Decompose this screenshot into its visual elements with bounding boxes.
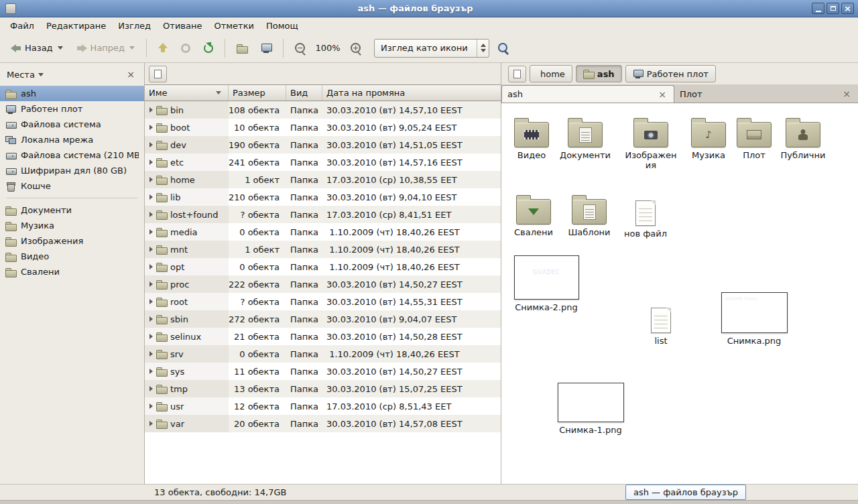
sidebar-item[interactable]: Документи [0,202,144,218]
expander-icon[interactable] [149,421,153,426]
reload-button[interactable] [198,38,219,59]
computer-button[interactable] [255,38,277,59]
tree-row[interactable]: bin 108 обекта Папка 30.03.2010 (вт) 14,… [145,101,501,119]
expander-icon[interactable] [149,334,153,339]
stop-button[interactable] [176,38,196,59]
pane-location-button[interactable] [508,66,526,82]
sidebar-item[interactable]: Файлова система (210 MB) [0,147,144,163]
expander-icon[interactable] [149,212,153,217]
file-icon-item[interactable]: нов файл [615,196,676,239]
tree-row[interactable]: etc 241 обекта Папка 30.03.2010 (вт) 14,… [145,153,501,171]
search-button[interactable] [492,38,514,59]
tree-row[interactable]: srv 0 обекта Папка 1.10.2009 (чт) 18,40,… [145,345,501,363]
expander-icon[interactable] [149,386,153,391]
tree-row[interactable]: root ? обекта Папка 30.03.2010 (вт) 14,5… [145,293,501,310]
expander-icon[interactable] [149,142,153,147]
tree-row[interactable]: usr 12 обекта Папка 17.03.2010 (ср) 8,51… [145,397,501,415]
file-icon-item[interactable]: Видео [501,117,562,161]
tree-row[interactable]: sys 11 обекта Папка 30.03.2010 (вт) 14,5… [145,363,501,380]
forward-button[interactable]: Напред [71,38,140,59]
tab-close-button[interactable]: × [656,90,668,99]
home-button[interactable] [231,38,253,59]
expander-icon[interactable] [149,403,153,409]
minimize-button[interactable] [812,3,824,14]
tree-row[interactable]: dev 190 обекта Папка 30.03.2010 (вт) 14,… [145,136,501,153]
file-icon-item[interactable]: Изображения [621,117,681,171]
expander-icon[interactable] [149,177,153,182]
column-header-name[interactable]: Име [145,85,229,101]
tree-row[interactable]: sbin 272 обекта Папка 30.03.2010 (вт) 9,… [145,310,501,328]
tree-row[interactable]: lost+found ? обекта Папка 17.03.2010 (ср… [145,206,501,223]
path-button[interactable]: home [530,65,572,82]
tab-close-button[interactable]: × [841,89,853,99]
view-mode-select[interactable]: Изглед като икони [374,39,489,58]
icon-view[interactable]: Видео Документи Изображения [501,103,858,484]
expander-icon[interactable] [149,125,153,130]
path-button[interactable]: Работен плот [625,65,716,82]
tab[interactable]: ash × [501,85,674,103]
file-icon-item[interactable]: Снимка-2.png [511,255,581,313]
expander-icon[interactable] [149,247,153,252]
file-icon-item[interactable]: Документи [555,117,615,161]
column-header-type[interactable]: Вид [286,85,322,101]
file-icon-item[interactable]: Публични [773,117,833,161]
sidebar-item[interactable]: Шифриран дял (80 GB) [0,163,144,178]
sidebar-item[interactable]: Изображения [0,233,144,249]
menu-item[interactable]: Отметки [208,19,259,32]
zoom-out-button[interactable]: − [290,38,310,59]
tree-row[interactable]: home 1 обект Папка 17.03.2010 (ср) 10,38… [145,171,501,188]
column-header-modified[interactable]: Дата на промяна [322,85,501,101]
tree-row[interactable]: selinux 21 обекта Папка 30.03.2010 (вт) … [145,328,501,345]
tree-row[interactable]: mnt 1 обект Папка 1.10.2009 (чт) 18,40,2… [145,241,501,258]
tree-row[interactable]: boot 10 обекта Папка 30.03.2010 (вт) 9,0… [145,119,501,136]
forward-history-chevron-icon[interactable] [129,46,135,50]
tree-row[interactable]: var 20 обекта Папка 30.03.2010 (вт) 14,5… [145,415,501,432]
sidebar-item[interactable]: Локална мрежа [0,132,144,147]
sidebar-close-button[interactable]: × [124,68,137,80]
sidebar-item[interactable]: Свалени [0,264,144,279]
tree-row[interactable]: opt 0 обекта Папка 1.10.2009 (чт) 18,40,… [145,258,501,275]
expander-icon[interactable] [149,369,153,374]
view-mode-spinner-icon[interactable] [477,40,489,57]
expander-icon[interactable] [149,351,153,357]
sidebar-item[interactable]: Видео [0,249,144,264]
back-button[interactable]: Назад [5,38,68,59]
up-button[interactable] [153,38,173,59]
menu-item[interactable]: Файл [4,19,40,32]
file-icon-item[interactable]: Снимка-1.png [556,383,625,436]
back-history-chevron-icon[interactable] [58,46,63,50]
expander-icon[interactable] [149,229,153,235]
path-button[interactable]: ash [576,65,622,82]
tree-row[interactable]: tmp 13 обекта Папка 30.03.2010 (вт) 15,0… [145,380,501,397]
menu-item[interactable]: Изглед [112,19,157,32]
expander-icon[interactable] [149,316,153,322]
file-icon-item[interactable]: Снимка.png [719,292,789,346]
sidebar-title[interactable]: Места [7,70,35,80]
sidebar-item[interactable]: ash [0,86,144,101]
expander-icon[interactable] [149,299,153,304]
expander-icon[interactable] [149,281,153,287]
tab[interactable]: Плот × [674,85,858,103]
expander-icon[interactable] [149,107,153,113]
menu-item[interactable]: Отиване [157,19,208,32]
menu-item[interactable]: Помощ [260,19,304,32]
column-header-size[interactable]: Размер [229,85,286,101]
sidebar-title-dropdown-icon[interactable] [38,73,44,76]
menu-item[interactable]: Редактиране [40,19,112,32]
file-icon-item[interactable]: list [631,303,691,346]
zoom-in-button[interactable]: + [345,38,366,59]
expander-icon[interactable] [149,160,153,165]
tree-row[interactable]: media 0 обекта Папка 1.10.2009 (чт) 18,4… [145,223,501,241]
pane-location-button[interactable] [149,66,167,82]
sidebar-item[interactable]: Работен плот [0,101,144,117]
file-icon-item[interactable]: Свалени [503,194,564,238]
titlebar[interactable]: ash — файлов браузър × [0,0,858,17]
tree-row[interactable]: lib 210 обекта Папка 30.03.2010 (вт) 9,0… [145,188,501,206]
expander-icon[interactable] [149,264,153,269]
sidebar-item[interactable]: Музика [0,218,144,233]
maximize-button[interactable] [826,3,839,14]
tree-row[interactable]: proc 222 обекта Папка 30.03.2010 (вт) 14… [145,275,501,293]
expander-icon[interactable] [149,194,153,200]
sidebar-item[interactable]: Кошче [0,178,144,194]
file-icon-item[interactable]: Шаблони [559,194,619,238]
